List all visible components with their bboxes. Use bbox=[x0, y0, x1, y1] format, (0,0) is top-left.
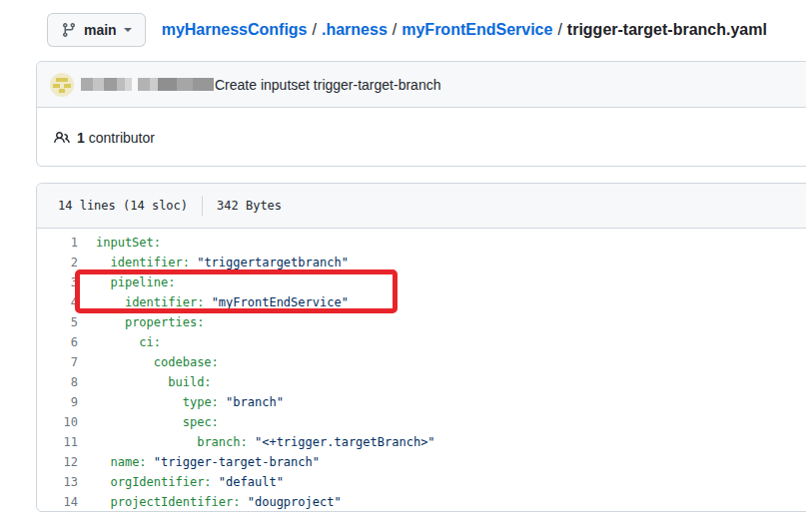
file-info-header: 14 lines (14 sloc) 342 Bytes bbox=[37, 184, 806, 229]
commit-author-avatar[interactable] bbox=[50, 73, 74, 97]
breadcrumb-link[interactable]: myHarnessConfigs bbox=[162, 21, 308, 38]
commit-header: Create inputset trigger-target-branch bbox=[37, 62, 806, 108]
code-lines: 1inputSet:2 identifier: "triggertargetbr… bbox=[37, 233, 806, 512]
line-number[interactable]: 6 bbox=[37, 332, 78, 352]
line-number[interactable]: 5 bbox=[37, 312, 78, 332]
line-number[interactable]: 2 bbox=[37, 253, 78, 272]
branch-selector-button[interactable]: main bbox=[47, 13, 146, 47]
code-line-text: identifier: "myFrontEndService" bbox=[78, 292, 349, 312]
line-number[interactable]: 14 bbox=[37, 492, 78, 512]
branch-selector-label: main bbox=[84, 22, 117, 38]
code-line-text: orgIdentifier: "default" bbox=[78, 472, 284, 492]
code-line: 5 properties: bbox=[37, 312, 806, 332]
file-content-box: 14 lines (14 sloc) 342 Bytes 1inputSet:2… bbox=[36, 183, 806, 512]
code-line-text: type: "branch" bbox=[78, 392, 284, 412]
line-number[interactable]: 8 bbox=[37, 372, 78, 392]
code-line-text: pipeline: bbox=[78, 272, 175, 292]
code-line-text: identifier: "triggertargetbranch" bbox=[78, 253, 349, 272]
git-branch-icon bbox=[61, 22, 77, 38]
code-viewer: 1inputSet:2 identifier: "triggertargetbr… bbox=[37, 229, 806, 518]
breadcrumb-link[interactable]: .harness bbox=[322, 21, 388, 38]
line-number[interactable]: 10 bbox=[37, 412, 78, 432]
code-line: 9 type: "branch" bbox=[37, 392, 806, 412]
code-line: 11 branch: "<+trigger.targetBranch>" bbox=[37, 432, 806, 452]
breadcrumb-separator: / bbox=[313, 21, 317, 38]
line-number[interactable]: 3 bbox=[37, 272, 78, 292]
commit-author-name-redacted[interactable] bbox=[81, 78, 214, 91]
code-line: 10 spec: bbox=[37, 412, 806, 432]
file-navigation-bar: main myHarnessConfigs/.harness/myFrontEn… bbox=[47, 13, 806, 47]
line-number[interactable]: 13 bbox=[37, 472, 78, 492]
code-line-text: properties: bbox=[78, 312, 204, 332]
contributors-link[interactable]: 1 contributor bbox=[37, 108, 806, 168]
breadcrumb: myHarnessConfigs/.harness/myFrontEndServ… bbox=[162, 21, 767, 39]
code-line: 6 ci: bbox=[37, 332, 806, 352]
commit-message-link[interactable]: Create inputset trigger-target-branch bbox=[215, 77, 440, 93]
people-icon bbox=[54, 130, 77, 146]
code-line-text: build: bbox=[78, 372, 212, 392]
breadcrumb-current-file: trigger-target-branch.yaml bbox=[567, 21, 767, 38]
code-line: 1inputSet: bbox=[37, 233, 806, 253]
code-line: 7 codebase: bbox=[37, 352, 806, 372]
latest-commit-box: Create inputset trigger-target-branch 1 … bbox=[36, 61, 806, 167]
code-line: 2 identifier: "triggertargetbranch" bbox=[37, 253, 806, 272]
chevron-down-icon bbox=[124, 28, 132, 36]
file-size-info: 342 Bytes bbox=[217, 199, 282, 213]
line-number[interactable]: 11 bbox=[37, 432, 78, 452]
code-line-text: branch: "<+trigger.targetBranch>" bbox=[78, 432, 435, 452]
line-number[interactable]: 7 bbox=[37, 352, 78, 372]
contributor-count: 1 bbox=[77, 130, 85, 146]
code-line-text: ci: bbox=[78, 332, 161, 352]
file-lines-info: 14 lines (14 sloc) bbox=[58, 199, 188, 213]
line-number[interactable]: 1 bbox=[37, 233, 78, 253]
code-line-text: inputSet: bbox=[78, 233, 161, 253]
breadcrumb-separator: / bbox=[393, 21, 397, 38]
code-line: 14 projectIdentifier: "dougproject" bbox=[37, 492, 806, 512]
divider bbox=[202, 196, 203, 216]
code-line: 4 identifier: "myFrontEndService" bbox=[37, 292, 806, 312]
line-number[interactable]: 9 bbox=[37, 392, 78, 412]
code-line: 3 pipeline: bbox=[37, 272, 806, 292]
code-line-text: name: "trigger-target-branch" bbox=[78, 452, 320, 472]
contributor-label: contributor bbox=[89, 130, 155, 146]
line-number[interactable]: 4 bbox=[37, 292, 78, 312]
code-line-text: codebase: bbox=[78, 352, 219, 372]
breadcrumb-separator: / bbox=[557, 21, 561, 38]
code-line-text: projectIdentifier: "dougproject" bbox=[78, 492, 342, 512]
code-line: 8 build: bbox=[37, 372, 806, 392]
code-line-text: spec: bbox=[78, 412, 219, 432]
code-line: 12 name: "trigger-target-branch" bbox=[37, 452, 806, 472]
code-line: 13 orgIdentifier: "default" bbox=[37, 472, 806, 492]
line-number[interactable]: 12 bbox=[37, 452, 78, 472]
breadcrumb-link[interactable]: myFrontEndService bbox=[402, 21, 552, 38]
